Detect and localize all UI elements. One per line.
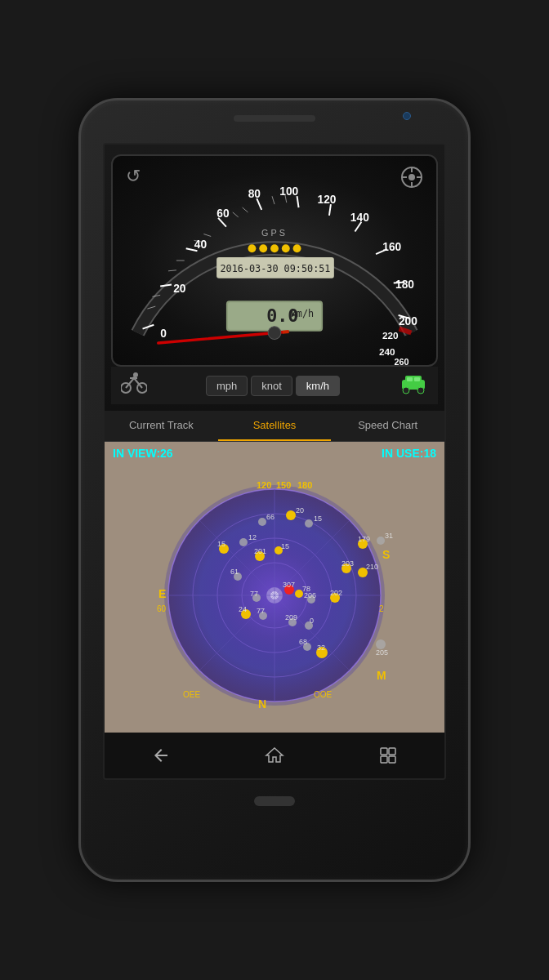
svg-text:20: 20 <box>296 506 304 514</box>
bike-icon <box>121 372 147 399</box>
svg-text:km/h: km/h <box>291 308 314 319</box>
svg-text:15: 15 <box>217 540 225 548</box>
svg-rect-67 <box>407 377 413 381</box>
speedometer-section: ↺ <box>105 145 444 411</box>
svg-text:100: 100 <box>279 185 298 198</box>
phone-screen: ↺ <box>103 143 446 780</box>
in-use-label: IN USE:18 <box>382 447 436 460</box>
phone-home-btn <box>254 796 295 806</box>
svg-text:77: 77 <box>250 590 258 598</box>
sat-radar-container: 120 150 180 E S N M OEE OOE 2 60 66 <box>105 442 444 733</box>
gauge-svg: 0 20 40 60 80 <box>113 156 436 365</box>
svg-text:68: 68 <box>299 638 307 646</box>
svg-point-66 <box>417 387 424 394</box>
svg-text:307: 307 <box>283 581 295 589</box>
svg-text:OOE: OOE <box>314 690 333 699</box>
svg-text:203: 203 <box>341 559 354 568</box>
svg-text:E: E <box>158 587 166 600</box>
car-icon <box>399 372 428 399</box>
svg-text:66: 66 <box>266 513 274 521</box>
svg-text:N: N <box>258 697 266 710</box>
svg-text:150: 150 <box>276 480 291 490</box>
recent-button[interactable] <box>372 739 404 772</box>
in-view-label: IN VIEW:26 <box>113 447 173 460</box>
svg-line-36 <box>203 234 211 237</box>
bottom-nav <box>105 733 444 778</box>
phone-top-bar <box>81 100 468 143</box>
svg-text:120: 120 <box>318 194 337 206</box>
svg-text:140: 140 <box>350 212 369 224</box>
svg-text:60: 60 <box>157 604 167 613</box>
svg-text:60: 60 <box>216 207 230 220</box>
unit-kmh[interactable]: km/h <box>296 376 340 396</box>
svg-text:OEE: OEE <box>183 690 200 699</box>
svg-line-18 <box>329 204 331 216</box>
svg-point-100 <box>239 538 248 546</box>
svg-text:80: 80 <box>248 188 261 200</box>
svg-text:220: 220 <box>382 330 399 341</box>
svg-point-42 <box>248 244 257 252</box>
phone-camera <box>403 112 411 120</box>
unit-mph[interactable]: mph <box>206 376 248 396</box>
svg-text:180: 180 <box>395 278 414 291</box>
tab-satellites[interactable]: Satellites <box>218 411 332 441</box>
svg-text:0: 0 <box>310 617 314 625</box>
tabs-bar: Current Track Satellites Speed Chart <box>105 411 444 442</box>
svg-point-46 <box>293 244 301 252</box>
svg-line-38 <box>243 207 248 212</box>
phone-bottom-bar <box>254 780 295 822</box>
svg-text:61: 61 <box>230 568 239 576</box>
svg-point-65 <box>403 387 409 394</box>
tab-speed-chart[interactable]: Speed Chart <box>331 411 444 441</box>
svg-text:32: 32 <box>317 644 325 652</box>
home-button[interactable] <box>258 739 291 772</box>
back-button[interactable] <box>145 739 177 772</box>
svg-point-62 <box>133 372 138 377</box>
svg-text:15: 15 <box>281 542 289 550</box>
svg-text:202: 202 <box>330 589 342 597</box>
svg-point-45 <box>282 244 290 252</box>
svg-text:179: 179 <box>358 535 370 543</box>
sat-header: IN VIEW:26 IN USE:18 <box>105 442 444 465</box>
svg-text:20: 20 <box>173 283 186 295</box>
svg-rect-143 <box>389 756 395 763</box>
svg-point-108 <box>377 537 385 545</box>
svg-text:205: 205 <box>376 648 388 657</box>
satellite-panel: IN VIEW:26 IN USE:18 <box>105 442 444 733</box>
svg-line-14 <box>257 198 261 210</box>
svg-text:S: S <box>382 548 390 561</box>
svg-line-16 <box>297 196 299 207</box>
svg-text:240: 240 <box>379 346 395 358</box>
svg-point-96 <box>305 519 313 528</box>
svg-rect-68 <box>414 377 420 381</box>
svg-text:180: 180 <box>297 480 312 490</box>
svg-rect-142 <box>381 756 387 763</box>
speedo-icons-bar: mph knot km/h <box>111 367 438 404</box>
svg-text:0: 0 <box>160 327 167 340</box>
svg-text:15: 15 <box>314 514 322 523</box>
svg-rect-141 <box>389 748 395 755</box>
svg-text:12: 12 <box>248 533 257 541</box>
svg-text:260: 260 <box>395 357 409 365</box>
svg-point-43 <box>259 244 267 252</box>
phone-frame: ↺ <box>78 98 471 882</box>
svg-point-44 <box>270 244 279 252</box>
svg-point-92 <box>258 518 266 526</box>
svg-line-53 <box>158 332 283 343</box>
tab-current-track[interactable]: Current Track <box>105 411 218 441</box>
svg-text:206: 206 <box>304 591 316 599</box>
svg-text:GPS: GPS <box>261 228 288 238</box>
svg-text:2: 2 <box>379 604 384 613</box>
svg-text:77: 77 <box>257 607 265 615</box>
svg-text:209: 209 <box>285 613 297 621</box>
speedo-background: ↺ <box>111 154 438 367</box>
speedo-container: ↺ <box>111 154 438 367</box>
svg-point-94 <box>286 510 296 520</box>
svg-text:160: 160 <box>382 241 401 253</box>
svg-rect-140 <box>381 748 387 755</box>
unit-knot[interactable]: knot <box>251 376 292 396</box>
svg-line-54 <box>283 332 289 332</box>
svg-text:24: 24 <box>239 605 247 613</box>
svg-text:210: 210 <box>366 563 378 571</box>
unit-buttons: mph knot km/h <box>206 376 340 396</box>
